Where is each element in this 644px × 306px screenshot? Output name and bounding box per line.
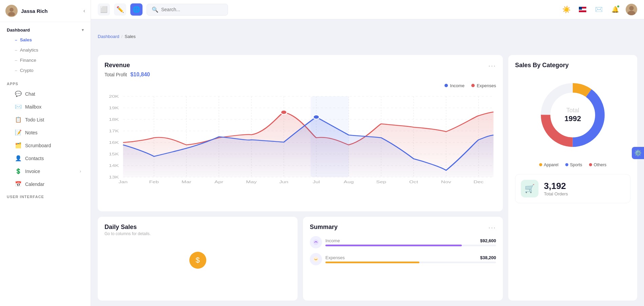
revenue-card: Revenue ··· Total Profit $10,840 Income … xyxy=(98,55,503,212)
sidebar-item-sales[interactable]: Sales xyxy=(3,35,88,45)
svg-text:20K: 20K xyxy=(109,94,119,98)
category-card-header: Sales By Category xyxy=(515,62,630,69)
sidebar-collapse-button[interactable]: ‹ xyxy=(83,8,85,14)
expenses-summary-label: Expenses xyxy=(325,255,345,260)
sidebar-item-finance[interactable]: Finance xyxy=(3,55,88,65)
breadcrumb-separator: / xyxy=(121,34,123,39)
topbar: ⬜ ✏️ 🌐 🔍 ☀️ ✉️ 🔔 xyxy=(91,0,644,19)
summary-income-row: Income $92,600 xyxy=(310,236,496,248)
svg-point-57 xyxy=(313,240,319,245)
orders-section: 🛒 3,192 Total Orders xyxy=(515,174,630,203)
contacts-label: Contacts xyxy=(25,156,44,161)
summary-menu-button[interactable]: ··· xyxy=(488,224,496,231)
sidebar-item-todo[interactable]: 📋 Todo List xyxy=(3,113,88,126)
sidebar-item-analytics[interactable]: Analytics xyxy=(3,45,88,55)
sales-label: Sales xyxy=(20,37,32,42)
sidebar-item-calendar[interactable]: 📅 Calendar xyxy=(3,178,88,190)
notes-icon: 📝 xyxy=(15,129,22,136)
invoice-label: Invoice xyxy=(25,169,40,174)
breadcrumb-parent[interactable]: Dashboard xyxy=(98,34,119,39)
profit-label: Total Profit xyxy=(105,72,127,77)
search-bar[interactable]: 🔍 xyxy=(147,4,228,16)
sidebar-item-contacts[interactable]: 👤 Contacts xyxy=(3,152,88,165)
revenue-menu-button[interactable]: ··· xyxy=(488,62,496,70)
expenses-dot xyxy=(471,84,475,87)
floating-gear-button[interactable]: ⚙️ xyxy=(632,147,644,159)
income-icon xyxy=(310,236,322,248)
summary-card: Summary ··· Income $92,600 xyxy=(303,217,503,301)
expenses-bar-bg xyxy=(325,262,496,263)
sports-dot xyxy=(565,163,568,166)
svg-text:16K: 16K xyxy=(109,140,119,145)
income-bar-bg xyxy=(325,245,496,246)
notification-button[interactable]: 🔔 xyxy=(609,4,621,15)
sidebar-item-notes[interactable]: 📝 Notes xyxy=(3,126,88,139)
svg-text:Feb: Feb xyxy=(149,180,159,184)
daily-sales-title: Daily Sales xyxy=(105,224,151,231)
svg-text:Mar: Mar xyxy=(182,180,191,184)
dashboard-section: Dashboard ▾ Sales Analytics Finance Cryp… xyxy=(0,22,91,78)
topbar-actions: ☀️ ✉️ 🔔 xyxy=(561,4,637,15)
svg-point-37 xyxy=(281,110,287,114)
notes-label: Notes xyxy=(25,130,38,135)
invoice-icon: 💲 xyxy=(15,168,22,174)
breadcrumb: Dashboard / Sales xyxy=(98,25,637,48)
sidebar-item-crypto[interactable]: Crypto xyxy=(3,65,88,75)
contacts-icon: 👤 xyxy=(15,155,22,161)
svg-rect-36 xyxy=(310,96,348,177)
user-avatar[interactable] xyxy=(626,4,637,15)
globe-button[interactable]: 🌐 xyxy=(130,3,143,16)
svg-text:13K: 13K xyxy=(109,175,119,179)
sidebar-user: Jassa Rich xyxy=(5,5,48,17)
breadcrumb-current: Sales xyxy=(125,34,136,39)
svg-rect-6 xyxy=(579,7,582,10)
sports-label: Sports xyxy=(570,162,582,167)
chat-icon: 💬 xyxy=(15,91,22,97)
svg-point-8 xyxy=(628,11,636,15)
donut-chart-svg: Total 1992 xyxy=(535,78,610,152)
mail-button[interactable]: ✉️ xyxy=(593,4,605,15)
invoice-expand-icon: › xyxy=(80,169,81,174)
svg-point-1 xyxy=(8,12,15,16)
total-profit-row: Total Profit $10,840 xyxy=(105,72,496,78)
flag-button[interactable] xyxy=(577,4,588,15)
orders-number: 3,192 xyxy=(544,181,568,191)
dashboard-group[interactable]: Dashboard ▾ xyxy=(0,24,91,35)
others-dot xyxy=(589,163,592,166)
home-button[interactable]: ⬜ xyxy=(98,3,110,16)
svg-text:Dec: Dec xyxy=(474,180,484,184)
scrumboard-label: Scrumboard xyxy=(25,143,51,148)
revenue-title: Revenue xyxy=(105,62,130,69)
summary-title: Summary xyxy=(310,224,338,231)
edit-button[interactable]: ✏️ xyxy=(114,3,126,16)
income-amount: $92,600 xyxy=(480,238,496,243)
sidebar-item-invoice[interactable]: 💲 Invoice › xyxy=(3,165,88,177)
finance-label: Finance xyxy=(20,58,36,63)
svg-text:Jun: Jun xyxy=(279,180,288,184)
sun-button[interactable]: ☀️ xyxy=(561,4,572,15)
daily-coin-icon: $ xyxy=(189,252,206,269)
svg-text:17K: 17K xyxy=(109,129,119,133)
coin-symbol: $ xyxy=(195,256,200,265)
svg-text:Oct: Oct xyxy=(409,180,418,184)
sidebar-item-scrumboard[interactable]: 🗂️ Scrumboard xyxy=(3,139,88,152)
category-card: Sales By Category Total 1992 xyxy=(508,55,637,301)
orders-label: Total Orders xyxy=(544,191,568,196)
todo-label: Todo List xyxy=(25,117,44,122)
expenses-legend: Expenses xyxy=(471,83,496,88)
income-legend: Income xyxy=(444,83,465,88)
svg-text:Aug: Aug xyxy=(344,180,354,184)
expenses-label: Expenses xyxy=(477,83,496,88)
sidebar-item-mailbox[interactable]: ✉️ Mailbox xyxy=(3,100,88,113)
sidebar-item-chat[interactable]: 💬 Chat xyxy=(3,88,88,100)
income-info: Income $92,600 xyxy=(325,238,496,246)
svg-text:Jul: Jul xyxy=(312,180,320,184)
ui-section-label: USER INTERFACE xyxy=(0,191,91,200)
orders-info: 3,192 Total Orders xyxy=(544,181,568,196)
svg-text:Apr: Apr xyxy=(214,180,223,184)
others-label: Others xyxy=(594,162,607,167)
analytics-label: Analytics xyxy=(20,47,38,53)
search-input[interactable] xyxy=(161,7,215,12)
calendar-icon: 📅 xyxy=(15,181,22,187)
daily-sales-subtitle: Go to columns for details. xyxy=(105,231,151,236)
